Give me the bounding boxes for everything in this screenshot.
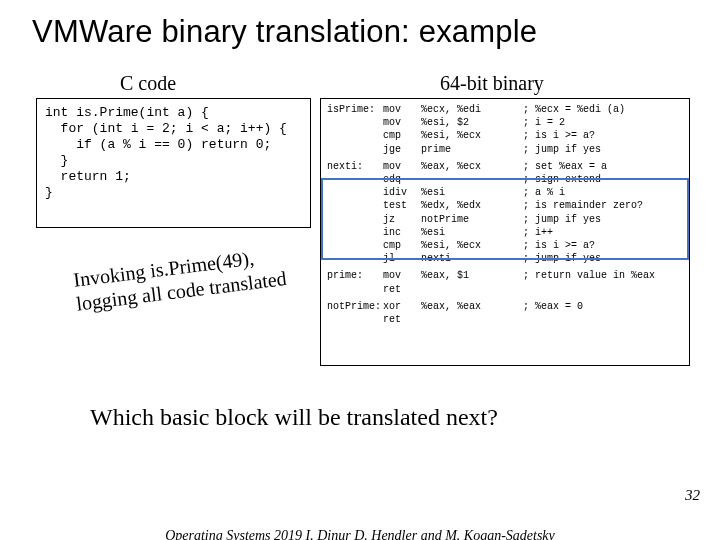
asm-row: nexti:mov%eax, %ecx; set %eax = a: [327, 160, 683, 173]
slide-title: VMWare binary translation: example: [32, 14, 537, 50]
asm-row: cdq; sign-extend: [327, 173, 683, 186]
asm-row: test%edx, %edx; is remainder zero?: [327, 199, 683, 212]
c-code-box: int is.Prime(int a) { for (int i = 2; i …: [36, 98, 311, 228]
asm-row: jznotPrime; jump if yes: [327, 213, 683, 226]
asm-row: notPrime:xor%eax, %eax; %eax = 0: [327, 300, 683, 313]
column-header-c: C code: [120, 72, 176, 95]
asm-row: cmp%esi, %ecx; is i >= a?: [327, 129, 683, 142]
asm-row: mov%esi, $2; i = 2: [327, 116, 683, 129]
asm-row: ret: [327, 283, 683, 296]
footer-text: Operating Systems 2019 I. Dinur D. Hendl…: [0, 528, 720, 540]
asm-row: cmp%esi, %ecx; is i >= a?: [327, 239, 683, 252]
asm-row: ret: [327, 313, 683, 326]
page-number: 32: [685, 487, 700, 504]
column-header-bin: 64-bit binary: [440, 72, 544, 95]
asm-row: inc%esi; i++: [327, 226, 683, 239]
asm-row: prime:mov%eax, $1; return value in %eax: [327, 269, 683, 282]
asm-row: isPrime:mov%ecx, %edi; %ecx = %edi (a): [327, 103, 683, 116]
asm-row: idiv%esi; a % i: [327, 186, 683, 199]
asm-code-box: isPrime:mov%ecx, %edi; %ecx = %edi (a)mo…: [320, 98, 690, 366]
question-text: Which basic block will be translated nex…: [90, 404, 498, 431]
asm-row: jlnexti; jump if yes: [327, 252, 683, 265]
annotation: Invoking is.Prime(49), logging all code …: [72, 242, 288, 315]
asm-row: jgeprime; jump if yes: [327, 143, 683, 156]
